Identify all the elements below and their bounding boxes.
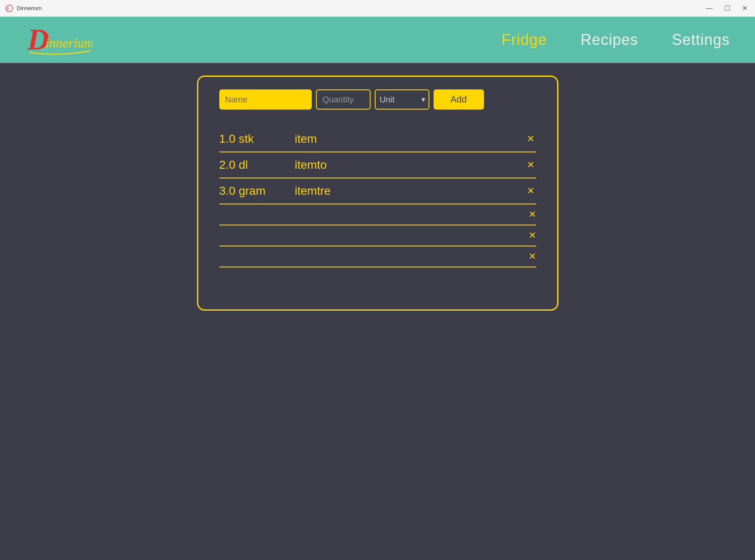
item-name: itemto <box>295 158 536 172</box>
item-delete-button[interactable]: ✕ <box>525 186 536 196</box>
svg-text:innerium: innerium <box>45 35 92 50</box>
item-row: 3.0 gramitemtre✕ <box>219 178 536 204</box>
empty-item-row: ✕ <box>219 204 536 225</box>
close-button[interactable]: ✕ <box>739 4 750 13</box>
unit-select-wrapper: Unitstkdlgramkgltsss <box>375 89 429 110</box>
title-bar-logo-icon: D <box>5 4 13 13</box>
app-logo: D innerium <box>25 22 92 58</box>
unit-select[interactable]: Unitstkdlgramkgltsss <box>375 89 429 110</box>
empty-row-delete-button[interactable]: ✕ <box>529 251 536 262</box>
item-delete-button[interactable]: ✕ <box>525 160 536 170</box>
item-name: item <box>295 132 536 146</box>
item-quantity-unit: 1.0 stk <box>219 132 295 146</box>
item-row: 2.0 dlitemto✕ <box>219 152 536 178</box>
empty-item-row: ✕ <box>219 225 536 246</box>
minimize-button[interactable]: — <box>703 4 715 13</box>
name-input[interactable] <box>219 89 312 110</box>
title-bar-left: D Dinnerium <box>5 4 42 13</box>
nav-links: Fridge Recipes Settings <box>502 31 730 49</box>
title-bar-controls: — ☐ ✕ <box>703 4 750 13</box>
nav-fridge[interactable]: Fridge <box>502 31 547 49</box>
item-name: itemtre <box>295 184 536 198</box>
empty-row-delete-button[interactable]: ✕ <box>529 230 536 241</box>
input-row: Unitstkdlgramkgltsss Add <box>219 89 536 110</box>
nav-recipes[interactable]: Recipes <box>581 31 638 49</box>
quantity-input[interactable] <box>316 89 371 110</box>
main-content: Unitstkdlgramkgltsss Add 1.0 stkitem✕2.0… <box>0 63 755 323</box>
items-list: 1.0 stkitem✕2.0 dlitemto✕3.0 gramitemtre… <box>219 126 536 267</box>
title-bar-app-name: Dinnerium <box>17 5 42 11</box>
fridge-panel: Unitstkdlgramkgltsss Add 1.0 stkitem✕2.0… <box>197 76 558 311</box>
nav-settings[interactable]: Settings <box>672 31 730 49</box>
item-row: 1.0 stkitem✕ <box>219 126 536 152</box>
item-quantity-unit: 2.0 dl <box>219 158 295 172</box>
svg-text:D: D <box>6 6 9 11</box>
item-delete-button[interactable]: ✕ <box>525 133 536 144</box>
app-header: D innerium Fridge Recipes Settings <box>0 17 755 63</box>
empty-row-delete-button[interactable]: ✕ <box>529 209 536 220</box>
add-button[interactable]: Add <box>434 89 484 110</box>
item-quantity-unit: 3.0 gram <box>219 184 295 198</box>
title-bar: D Dinnerium — ☐ ✕ <box>0 0 755 17</box>
maximize-button[interactable]: ☐ <box>722 4 733 13</box>
empty-item-row: ✕ <box>219 246 536 267</box>
